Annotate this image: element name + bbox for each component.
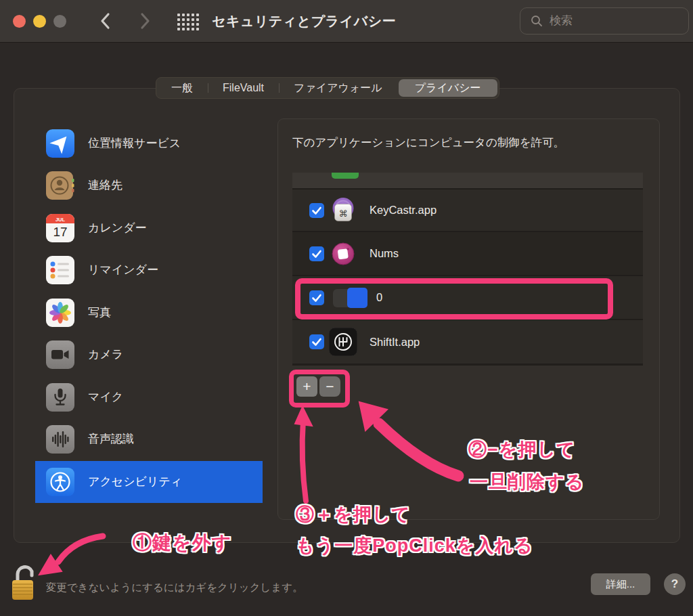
shiftit-checkbox[interactable] [309,334,324,349]
search-field[interactable] [520,7,689,35]
annotation-step1-text: ①鍵を外す [133,530,231,556]
sidebar-item-reminders[interactable]: リマインダー [35,249,263,291]
shiftit-app-icon [329,328,367,356]
details-button[interactable]: 詳細... [591,573,650,595]
nums-app-icon [329,240,367,268]
app-name: Nums [370,232,399,275]
sidebar-item-calendar[interactable]: JUL 17 カレンダー [35,207,263,249]
sidebar-item-contacts[interactable]: 連絡先 [35,164,263,206]
unlock-padlock-icon[interactable] [9,559,41,602]
app-row-keycastr[interactable]: ⌘ KeyCastr.app [292,190,643,231]
camera-icon [46,340,74,369]
svg-text:⌘: ⌘ [339,208,348,218]
tab-bar: 一般 FileVault ファイアウォール プライバシー [156,77,499,99]
location-icon [46,129,74,158]
calendar-icon: JUL 17 [46,214,74,242]
allowed-apps-list: ⌘ KeyCastr.app Nums [292,173,643,366]
svg-text:17: 17 [53,225,67,239]
lock-hint-text: 変更できないようにするにはカギをクリックします。 [46,581,303,595]
show-all-grid-icon[interactable] [177,14,200,30]
tab-general[interactable]: 一般 [156,78,208,98]
search-input[interactable] [548,14,673,28]
annotation-highlight-row-0 [295,278,613,320]
zoom-window-button [53,15,66,28]
speech-recognition-icon [46,425,74,454]
app-row-shiftit[interactable]: ShiftIt.app [292,320,643,364]
panel-header: 下のアプリケーションにコンピュータの制御を許可。 [292,135,564,150]
annotation-step3-line2: もう一度PopClickを入れる [296,533,533,558]
scrolled-app-icon-fragment [332,173,359,179]
minimize-window-button[interactable] [33,15,46,28]
sidebar-item-speech-recognition[interactable]: 音声認識 [35,418,263,460]
sidebar-item-microphone[interactable]: マイク [35,376,263,418]
keycastr-checkbox[interactable] [309,203,324,218]
window-title: セキュリティとプライバシー [212,0,396,42]
app-name: ShiftIt.app [370,320,420,364]
keycastr-app-icon: ⌘ [329,196,367,225]
close-window-button[interactable] [13,15,26,28]
search-icon [530,14,543,28]
nums-checkbox[interactable] [309,246,324,261]
annotation-step2-line2: 一旦削除する [470,470,584,494]
contacts-icon [46,171,74,200]
reminders-icon [46,256,74,284]
forward-button [137,12,152,30]
security-privacy-window: セキュリティとプライバシー 一般 FileVault ファイアウォール プライバ… [0,0,693,616]
scrolled-row-fragment [292,173,643,188]
help-button[interactable]: ? [664,573,686,595]
tab-privacy[interactable]: プライバシー [399,79,497,97]
annotation-step2-line1: ②−を押して [468,437,576,462]
back-button[interactable] [98,12,113,30]
svg-text:JUL: JUL [55,217,66,223]
sidebar-item-camera[interactable]: カメラ [35,334,263,376]
app-name: KeyCastr.app [370,190,437,231]
app-row-nums[interactable]: Nums [292,232,643,275]
tab-filevault[interactable]: FileVault [208,78,279,98]
sidebar-item-location-services[interactable]: 位置情報サービス [35,123,263,164]
accessibility-icon [46,468,74,496]
titlebar: セキュリティとプライバシー [0,0,693,43]
annotation-step3-line1: ③＋を押して [296,502,411,527]
tab-firewall[interactable]: ファイアウォール [279,78,397,98]
sidebar-item-accessibility[interactable]: アクセシビリティ [35,461,263,503]
sidebar-item-photos[interactable]: 写真 [35,292,263,334]
annotation-highlight-plus-minus [289,370,350,408]
photos-icon [46,299,74,327]
microphone-icon [46,383,74,412]
